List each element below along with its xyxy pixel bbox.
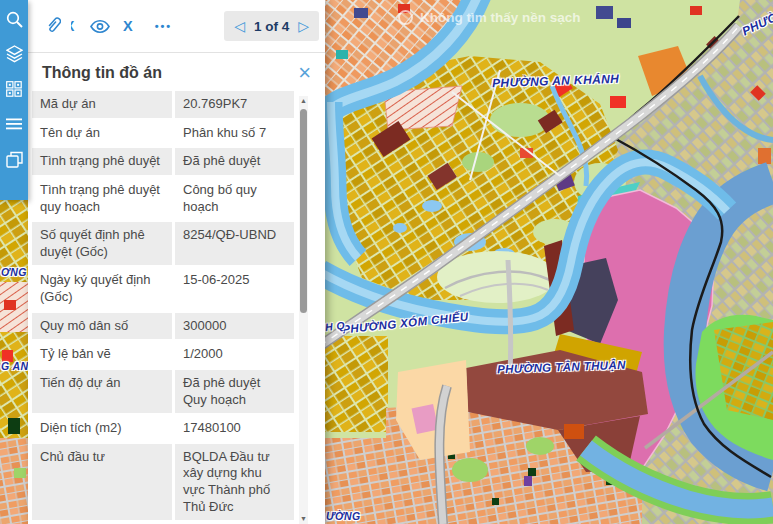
field-value: 1/2000 — [175, 341, 294, 368]
panel-toolbar: X X ••• ◁ 1 of 4 ▷ — [28, 0, 325, 53]
field-label: Tên dự án — [32, 120, 172, 147]
panel-header: Thông tin đồ án × — [28, 53, 325, 91]
search-button[interactable] — [4, 10, 24, 28]
field-value: Đã phê duyệt — [175, 148, 294, 175]
page-indicator: 1 of 4 — [254, 19, 289, 34]
field-label: Tình trạng phê duyệt — [32, 148, 172, 175]
field-value: 8254/QĐ-UBND — [175, 222, 294, 265]
panel-scrollbar[interactable]: ▲ ▼ — [299, 96, 308, 524]
table-row: Tiến độ dự án Đã phê duyệt Quy hoạch — [32, 370, 294, 413]
next-page-button[interactable]: ▷ — [298, 19, 309, 33]
menu-icon — [6, 117, 22, 131]
field-label: Ngày ký quyết định (Gốc) — [32, 267, 172, 310]
print-icon — [6, 151, 23, 168]
field-value: 20.769PK7 — [175, 91, 294, 118]
grid-legend-icon — [6, 81, 22, 97]
app-window: Không tìm thấy nền sạch PHƯỜNG AN KHÁNH … — [0, 0, 773, 524]
map-label-fragment-g-an: G AN — [1, 360, 28, 372]
close-icon[interactable]: × — [298, 65, 311, 81]
partial-x-icon[interactable]: X — [71, 18, 78, 34]
table-row: Diện tích (m2) 17480100 — [32, 415, 294, 442]
scroll-up-icon[interactable]: ▲ — [299, 97, 308, 104]
paperclip-icon[interactable] — [45, 16, 61, 36]
field-value: 300000 — [175, 313, 294, 340]
field-value: 17480100 — [175, 415, 294, 442]
search-icon — [6, 11, 23, 28]
sidebar — [0, 0, 28, 200]
eye-icon[interactable] — [90, 20, 110, 33]
layers-icon — [6, 45, 23, 63]
pagination: ◁ 1 of 4 ▷ — [224, 11, 319, 41]
map-label-fragment-hq: H Q — [324, 319, 345, 333]
layers-button[interactable] — [4, 45, 24, 63]
x-icon[interactable]: X — [123, 18, 133, 34]
field-label: Mã dự án — [32, 91, 172, 118]
field-label: Tiến độ dự án — [32, 370, 172, 413]
table-row: Tên dự án Phân khu số 7 — [32, 120, 294, 147]
field-value: Đã phê duyệt Quy hoạch — [175, 370, 294, 413]
field-label: Diện tích (m2) — [32, 415, 172, 442]
table-row: Chủ đầu tư BQLDA Đầu tư xây dựng khu vực… — [32, 444, 294, 521]
warning-circle-icon — [398, 10, 413, 25]
table-row: Số quyết định phê duyệt (Gốc) 8254/QĐ-UB… — [32, 222, 294, 265]
field-label: Quy mô dân số — [32, 313, 172, 340]
field-label: Chủ đầu tư — [32, 444, 172, 521]
basemap-warning: Không tìm thấy nền sạch — [398, 10, 581, 25]
more-options-icon[interactable]: ••• — [155, 20, 173, 32]
field-value: Công bố quy hoạch — [175, 177, 294, 220]
map-label-fragment-uong: ƯỜNG — [326, 510, 361, 522]
table-row: Quy mô dân số 300000 — [32, 313, 294, 340]
field-value: Phân khu số 7 — [175, 120, 294, 147]
scrollbar-thumb[interactable] — [300, 109, 307, 313]
field-value: 15-06-2025 — [175, 267, 294, 310]
table-row: Tình trạng phê duyệt Đã phê duyệt — [32, 148, 294, 175]
print-button[interactable] — [4, 150, 24, 168]
field-label: Tỷ lệ bản vẽ — [32, 341, 172, 368]
table-row: Ngày ký quyết định (Gốc) 15-06-2025 — [32, 267, 294, 310]
field-label: Tình trạng phê duyệt quy hoạch — [32, 177, 172, 220]
scroll-down-icon[interactable]: ▼ — [299, 515, 308, 522]
table-row: Mã dự án 20.769PK7 — [32, 91, 294, 118]
info-panel: X X ••• ◁ 1 of 4 ▷ Thông tin đồ án × Mã … — [28, 0, 325, 524]
field-label: Số quyết định phê duyệt (Gốc) — [32, 222, 172, 265]
prev-page-button[interactable]: ◁ — [234, 19, 245, 33]
table-row: Tình trạng phê duyệt quy hoạch Công bố q… — [32, 177, 294, 220]
legend-button[interactable] — [4, 80, 24, 98]
table-row: Tỷ lệ bản vẽ 1/2000 — [32, 341, 294, 368]
info-table: Mã dự án 20.769PK7 Tên dự án Phân khu số… — [28, 91, 325, 524]
field-value: BQLDA Đầu tư xây dựng khu vực Thành phố … — [175, 444, 294, 521]
basemap-warning-text: Không tìm thấy nền sạch — [420, 10, 581, 25]
menu-button[interactable] — [4, 115, 24, 133]
panel-title: Thông tin đồ án — [42, 64, 162, 82]
